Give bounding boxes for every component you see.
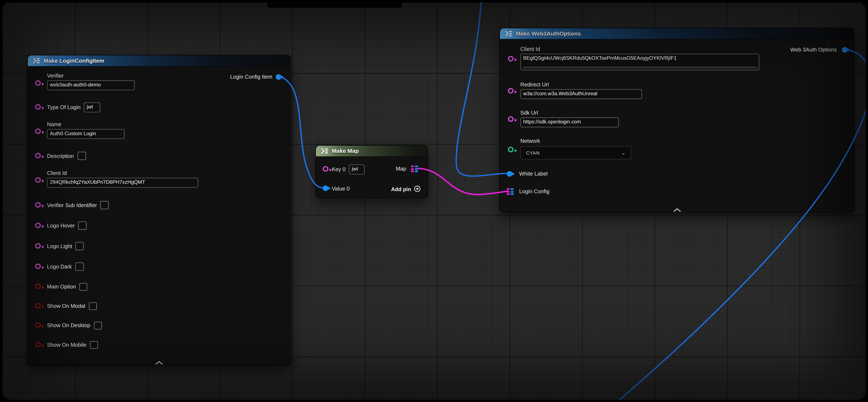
row-logo-dark: Logo Dark — [47, 262, 84, 271]
pin-key-0[interactable] — [323, 166, 328, 172]
wire-offscreen-to-white-label[interactable] — [456, 2, 507, 176]
logo-hover-input[interactable] — [78, 221, 87, 230]
pin-description[interactable] — [35, 153, 41, 158]
output-pin-label: Login Config Item — [230, 74, 273, 80]
key-0-input[interactable]: jwt — [349, 164, 365, 174]
pin-label: Logo Dark — [47, 264, 72, 270]
pin-label: Logo Light — [47, 243, 72, 249]
show-on-desktop-checkbox[interactable] — [94, 321, 102, 329]
client-id-text: BEglQSgt4cUWcj6SKRdu5QkOXTsePmMcusG5EAoy… — [523, 55, 677, 61]
pin-label: Logo Hover — [47, 223, 75, 229]
wire-map-to-login-config[interactable] — [417, 168, 508, 195]
row-description: Description — [47, 152, 86, 160]
node-title: Make LoginConfigItem — [44, 58, 104, 64]
output-pin-label: Map — [396, 166, 406, 172]
pin-logo-light[interactable] — [35, 243, 41, 249]
field-group-name: Name Auth0 Custom Login — [47, 121, 125, 141]
field-group-client-id: Client Id BEglQSgt4cUWcj6SKRdu5QkOXTsePm… — [520, 46, 759, 73]
collapse-chevron[interactable] — [155, 357, 163, 367]
logo-light-input[interactable] — [75, 242, 84, 251]
row-type-of-login: Type Of Login jwt — [47, 103, 100, 111]
pin-redirect-url[interactable] — [508, 88, 514, 93]
sdk-url-input[interactable]: https://sdk.openlogin.com — [520, 117, 619, 127]
network-selected-value: CYAN — [526, 150, 540, 155]
pin-value-0[interactable] — [323, 185, 328, 191]
pin-type-of-login[interactable] — [35, 104, 41, 110]
pin-label: Show On Modal — [47, 303, 85, 309]
logo-dark-input[interactable] — [75, 262, 84, 271]
field-scrollbar[interactable] — [523, 66, 757, 69]
pin-label: Show On Mobile — [47, 342, 87, 348]
row-logo-light: Logo Light — [47, 242, 84, 251]
pin-name[interactable] — [35, 128, 41, 134]
client-id-input[interactable]: 294QRkchfq2YaXUbPri7D6PH7xzHgQMT — [47, 178, 198, 188]
graph-canvas[interactable]: Make LoginConfigItem Login Config Item V… — [2, 2, 866, 400]
row-show-on-desktop: Show On Desktop — [47, 321, 102, 329]
pin-label: White Label — [519, 171, 548, 177]
show-on-mobile-checkbox[interactable] — [90, 341, 98, 349]
network-dropdown[interactable]: CYAN ⌄ — [520, 146, 631, 160]
collapse-chevron[interactable] — [673, 204, 681, 214]
node-make-map[interactable]: Make Map Key 0 jwt Map Value 0 Add pin — [315, 145, 428, 198]
field-group-client-id: Client Id 294QRkchfq2YaXUbPri7D6PH7xzHgQ… — [47, 170, 198, 190]
offscreen-node-fragment — [267, 2, 402, 8]
node-make-loginconfigitem[interactable]: Make LoginConfigItem Login Config Item V… — [27, 55, 291, 366]
pin-logo-hover[interactable] — [35, 223, 41, 228]
pin-client-id[interactable] — [35, 177, 41, 183]
chevron-down-icon: ⌄ — [621, 150, 626, 155]
verifier-sub-identifier-input[interactable] — [100, 201, 109, 209]
redirect-url-input[interactable]: w3a://com.w3a.Web3AuthUnreal — [520, 89, 642, 99]
pin-verifier-sub-identifier[interactable] — [35, 202, 41, 207]
pin-label: Network — [520, 138, 540, 144]
pin-verifier[interactable] — [35, 80, 41, 86]
pin-show-on-desktop[interactable] — [35, 322, 41, 328]
make-struct-icon — [505, 30, 513, 36]
show-on-modal-checkbox[interactable] — [89, 302, 97, 310]
pin-label: Main Option — [47, 283, 76, 289]
row-show-on-mobile: Show On Mobile — [47, 341, 98, 349]
node-header[interactable]: Make Map — [316, 146, 428, 157]
pin-label: Description — [47, 153, 74, 159]
pin-white-label[interactable] — [507, 171, 513, 177]
pin-show-on-modal[interactable] — [35, 303, 41, 309]
row-main-option: Main Option — [47, 282, 87, 291]
pin-map-output[interactable] — [411, 166, 419, 173]
make-struct-icon — [33, 58, 40, 64]
name-input[interactable]: Auth0 Custom Login — [47, 129, 125, 139]
type-of-login-input[interactable]: jwt — [84, 102, 100, 112]
client-id-input[interactable]: BEglQSgt4cUWcj6SKRdu5QkOXTsePmMcusG5EAoy… — [520, 54, 759, 70]
pin-network[interactable] — [508, 147, 514, 152]
pin-client-id[interactable] — [508, 56, 514, 61]
pin-label: Login Config — [519, 188, 550, 194]
blueprint-editor: Make LoginConfigItem Login Config Item V… — [0, 0, 868, 402]
description-input[interactable] — [77, 152, 86, 160]
row-verifier-sub-identifier: Verifier Sub Identifier — [47, 201, 109, 209]
node-header[interactable]: Make Web3AuthOptions — [500, 28, 854, 39]
node-title: Make Map — [332, 148, 359, 154]
pin-show-on-mobile[interactable] — [35, 342, 41, 347]
pin-logo-dark[interactable] — [35, 264, 41, 269]
make-map-icon — [321, 148, 328, 154]
pin-label: Verifier — [47, 73, 135, 79]
field-group-sdk-url: Sdk Url https://sdk.openlogin.com — [520, 110, 619, 130]
pin-label: Verifier Sub Identifier — [47, 202, 97, 208]
pin-label: Value 0 — [332, 185, 349, 192]
pin-label: Client Id — [520, 46, 759, 52]
row-logo-hover: Logo Hover — [47, 221, 87, 230]
node-header[interactable]: Make LoginConfigItem — [28, 55, 290, 66]
chevron-up-icon — [673, 208, 681, 212]
pin-label: Show On Desktop — [47, 322, 90, 328]
row-show-on-modal: Show On Modal — [47, 302, 97, 310]
add-pin-label: Add pin — [391, 186, 411, 192]
pin-label: Redirect Url — [520, 81, 642, 87]
main-option-checkbox[interactable] — [80, 283, 87, 290]
add-pin-button[interactable]: Add pin — [391, 185, 421, 192]
field-group-verifier: Verifier web3auth-auth0-demo — [47, 73, 135, 92]
pin-label: Key 0 — [332, 166, 345, 172]
pin-login-config[interactable] — [507, 188, 515, 195]
node-make-web3authoptions[interactable]: Make Web3AuthOptions Web 3Auth Options C… — [499, 28, 854, 213]
pin-sdk-url[interactable] — [508, 116, 514, 122]
pin-main-option[interactable] — [35, 283, 41, 289]
verifier-input[interactable]: web3auth-auth0-demo — [47, 80, 135, 90]
output-pin-label: Web 3Auth Options — [790, 47, 837, 53]
